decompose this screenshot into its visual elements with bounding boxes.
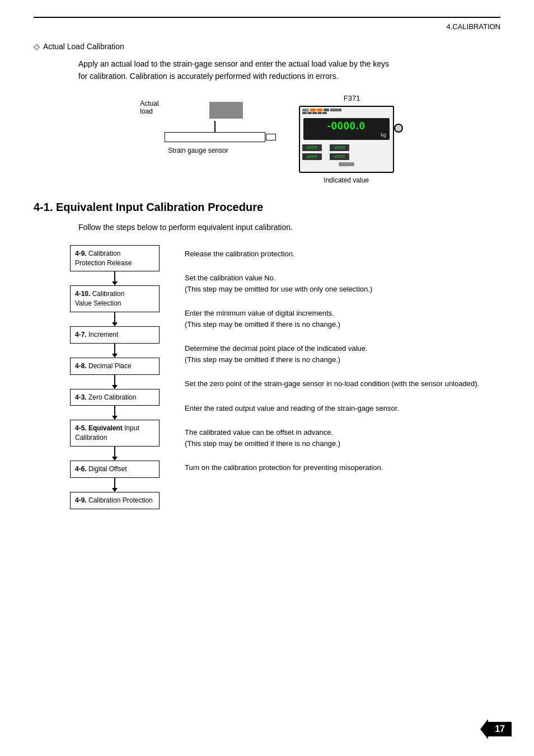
flow-desc-step-2: Set the calibration value No.(This step … [185,269,479,294]
flow-desc-step-8: Turn on the calibration protection for p… [185,459,479,473]
flow-desc-step-5: Set the zero point of the strain-gage se… [185,375,479,389]
flow-desc-step-6: Enter the rated output value and reading… [185,400,479,414]
intro-line2: for calibration. Calibration is accurate… [78,72,339,81]
f371-label: F371 [344,94,360,102]
actual-load-label: Actualload [140,100,158,115]
device-small-box-4: ±0003 [330,153,349,160]
flow-box-step-8: 4-9. Calibration Protection [70,492,160,509]
chapter-label: 4.CALIBRATION [446,22,500,31]
flow-arrow-0 [112,271,118,285]
actual-load-title: Actual Load Calibration [43,42,124,51]
diagram-area: Actualload Strain gauge sensor F371 COMP [34,94,500,184]
intro-paragraph: Apply an actual load to the strain-gage … [78,58,500,83]
strain-label: Strain gauge sensor [168,147,228,154]
intro-line1: Apply an actual load to the strain-gage … [78,59,389,68]
flow-box-step-5: 4-3. Zero Calibration [70,389,160,406]
page-number: 17 [488,722,512,736]
diamond-icon: ◇ [34,42,40,51]
flow-arrow-6 [112,478,118,492]
flowchart-boxes: 4-9. CalibrationProtection Release4-10. … [67,245,162,509]
page-footer: 17 [480,719,512,739]
flow-desc-step-1: Release the calibration protection. [185,245,479,260]
device-small-box-2: ±0000 [330,144,349,151]
diagram-right: F371 COMP CH 00 [299,94,394,184]
flow-box-step-3: 4-7. Increment [70,326,160,344]
flow-arrow-1 [112,312,118,326]
flow-arrow-4 [112,406,118,420]
section-41-heading: 4-1. Equivalent Input Calibration Proced… [34,201,263,213]
flowchart-area: 4-9. CalibrationProtection Release4-10. … [67,245,500,509]
display-value: -0000.0 [307,120,386,132]
flow-arrow-2 [112,344,118,358]
flow-box-step-4: 4-8. Decimal Place [70,358,160,375]
page-header: 4.CALIBRATION [34,22,500,31]
device-small-box-1: ≥0003 [302,144,322,151]
actual-load-section-title: ◇ Actual Load Calibration [34,42,500,51]
flow-desc-step-3: Enter the minimum value of digital incre… [185,304,479,330]
device-screen: -0000.0 kg [303,118,390,140]
device-knob [394,124,403,133]
flow-box-step-6: 4-5. Equivalent Input Calibration [70,420,160,447]
flow-box-step-1: 4-9. CalibrationProtection Release [70,245,160,272]
flow-box-step-7: 4-6. Digital Offset [70,461,160,478]
header-divider [34,17,500,18]
diagram-left: Actualload Strain gauge sensor [140,100,265,154]
follow-text: Follow the steps below to perform equiva… [78,223,500,232]
load-box [209,102,243,119]
device-display: COMP CH 00 -0000.0 kg [299,106,394,173]
device-small-box-3: ≥0003 [302,153,322,160]
indicated-value-label: Indicated value [324,176,369,184]
flowchart-descriptions: Release the calibration protection.Set t… [185,245,479,509]
flow-box-step-2: 4-10. CalibrationValue Selection [70,285,160,312]
flow-desc-step-7: The calibrated value can be offset in ad… [185,424,479,449]
flow-arrow-5 [112,447,118,461]
flow-arrow-3 [112,375,118,389]
flow-desc-step-4: Determine the decimal point place of the… [185,340,479,365]
display-unit: kg [307,132,386,138]
